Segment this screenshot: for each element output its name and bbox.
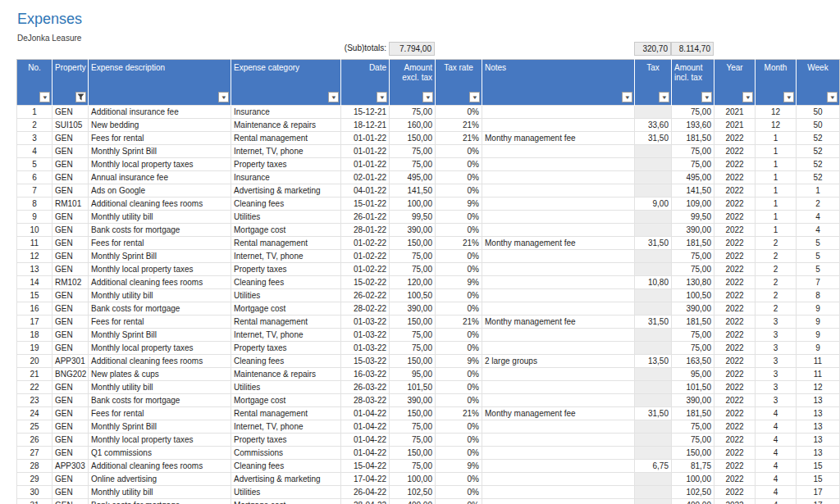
- cell-notes[interactable]: Monthy management fee: [482, 237, 635, 250]
- cell-notes[interactable]: [482, 145, 635, 158]
- cell-notes[interactable]: [482, 473, 635, 486]
- cell-amount_incl_tax[interactable]: 109,00: [672, 198, 714, 211]
- cell-property[interactable]: GEN: [52, 250, 89, 263]
- cell-tax[interactable]: 9,00: [635, 198, 672, 211]
- cell-amount_excl_tax[interactable]: 150,00: [390, 316, 436, 329]
- cell-week[interactable]: 5: [797, 237, 840, 250]
- cell-no[interactable]: 19: [17, 342, 52, 355]
- cell-property[interactable]: GEN: [52, 237, 89, 250]
- cell-no[interactable]: 15: [17, 289, 52, 302]
- cell-tax[interactable]: 31,50: [635, 132, 672, 145]
- cell-date[interactable]: 15-04-22: [341, 460, 390, 473]
- cell-year[interactable]: 2022: [714, 237, 756, 250]
- cell-category[interactable]: Property taxes: [231, 158, 341, 171]
- cell-amount_excl_tax[interactable]: 150,00: [390, 447, 436, 460]
- cell-amount_excl_tax[interactable]: 75,00: [390, 263, 436, 276]
- cell-amount_incl_tax[interactable]: 495,00: [672, 171, 714, 184]
- cell-amount_excl_tax[interactable]: 75,00: [390, 329, 436, 342]
- cell-month[interactable]: 12: [756, 119, 797, 132]
- cell-no[interactable]: 7: [17, 184, 52, 198]
- cell-tax[interactable]: [635, 158, 672, 171]
- cell-no[interactable]: 22: [17, 381, 52, 394]
- cell-no[interactable]: 11: [17, 237, 52, 250]
- cell-amount_incl_tax[interactable]: 99,50: [672, 211, 714, 224]
- cell-category[interactable]: Insurance: [231, 106, 341, 119]
- cell-description[interactable]: Bank costs for mortgage: [89, 302, 231, 316]
- cell-tax_rate[interactable]: 21%: [436, 316, 482, 329]
- cell-amount_excl_tax[interactable]: 150,00: [390, 355, 436, 368]
- cell-amount_incl_tax[interactable]: 181,50: [672, 237, 714, 250]
- cell-date[interactable]: 01-01-22: [341, 132, 390, 145]
- cell-year[interactable]: 2022: [714, 145, 756, 158]
- cell-tax_rate[interactable]: 21%: [436, 119, 482, 132]
- cell-year[interactable]: 2022: [714, 460, 756, 473]
- cell-notes[interactable]: [482, 119, 635, 132]
- column-header-year[interactable]: Year▼: [714, 60, 756, 106]
- cell-description[interactable]: Monthly utility bill: [89, 289, 231, 302]
- cell-amount_excl_tax[interactable]: 75,00: [390, 420, 436, 434]
- cell-amount_excl_tax[interactable]: 75,00: [390, 250, 436, 263]
- cell-property[interactable]: GEN: [52, 158, 89, 171]
- cell-week[interactable]: 9: [797, 329, 840, 342]
- cell-week[interactable]: 2: [797, 198, 840, 211]
- cell-category[interactable]: Property taxes: [231, 342, 341, 355]
- cell-amount_incl_tax[interactable]: 75,00: [672, 263, 714, 276]
- cell-notes[interactable]: [482, 250, 635, 263]
- cell-date[interactable]: 02-01-22: [341, 171, 390, 184]
- cell-tax[interactable]: [635, 434, 672, 447]
- filter-dropdown-button-amount_excl_tax[interactable]: ▼: [422, 92, 433, 102]
- cell-amount_incl_tax[interactable]: 100,00: [672, 473, 714, 486]
- cell-month[interactable]: 2: [756, 276, 797, 289]
- filter-dropdown-button-date[interactable]: ▼: [377, 92, 387, 102]
- cell-year[interactable]: 2022: [714, 394, 756, 407]
- cell-amount_incl_tax[interactable]: 100,50: [672, 289, 714, 302]
- column-header-amount_incl_tax[interactable]: Amount incl. tax▼: [672, 60, 714, 106]
- cell-year[interactable]: 2021: [714, 106, 756, 119]
- cell-category[interactable]: Rental management: [231, 316, 341, 329]
- cell-week[interactable]: 13: [797, 407, 840, 420]
- cell-week[interactable]: 4: [797, 211, 840, 224]
- cell-month[interactable]: 1: [756, 171, 797, 184]
- cell-week[interactable]: 50: [797, 119, 840, 132]
- cell-date[interactable]: 01-01-22: [341, 145, 390, 158]
- cell-tax_rate[interactable]: 0%: [436, 394, 482, 407]
- cell-category[interactable]: Rental management: [231, 237, 341, 250]
- cell-year[interactable]: 2022: [714, 289, 756, 302]
- cell-week[interactable]: 50: [797, 106, 840, 119]
- cell-month[interactable]: 4: [756, 486, 797, 499]
- cell-notes[interactable]: [482, 434, 635, 447]
- cell-notes[interactable]: [482, 198, 635, 211]
- cell-tax[interactable]: 31,50: [635, 237, 672, 250]
- cell-tax_rate[interactable]: 9%: [436, 276, 482, 289]
- cell-amount_incl_tax[interactable]: 75,00: [672, 106, 714, 119]
- cell-amount_incl_tax[interactable]: 75,00: [672, 420, 714, 434]
- filter-dropdown-button-no[interactable]: ▼: [39, 92, 50, 102]
- cell-category[interactable]: Maintenance & repairs: [231, 368, 341, 381]
- cell-category[interactable]: Mortgage cost: [231, 224, 341, 237]
- cell-tax[interactable]: [635, 420, 672, 434]
- cell-year[interactable]: 2022: [714, 420, 756, 434]
- cell-date[interactable]: 01-02-22: [341, 263, 390, 276]
- column-header-month[interactable]: Month▼: [756, 60, 797, 106]
- cell-amount_incl_tax[interactable]: 390,00: [672, 394, 714, 407]
- cell-week[interactable]: 52: [797, 158, 840, 171]
- cell-category[interactable]: Advertising & marketing: [231, 184, 341, 198]
- cell-tax[interactable]: 13,50: [635, 355, 672, 368]
- cell-week[interactable]: 17: [797, 499, 840, 504]
- cell-amount_excl_tax[interactable]: 75,00: [390, 460, 436, 473]
- cell-week[interactable]: 17: [797, 486, 840, 499]
- cell-month[interactable]: 3: [756, 368, 797, 381]
- cell-category[interactable]: Internet, TV, phone: [231, 420, 341, 434]
- cell-date[interactable]: 01-03-22: [341, 316, 390, 329]
- cell-week[interactable]: 1: [797, 184, 840, 198]
- cell-description[interactable]: Ads on Google: [89, 184, 231, 198]
- subtotal-tax[interactable]: 320,70: [634, 42, 671, 56]
- cell-property[interactable]: GEN: [52, 381, 89, 394]
- cell-property[interactable]: RM101: [52, 198, 89, 211]
- cell-description[interactable]: Monthly utility bill: [89, 211, 231, 224]
- cell-amount_excl_tax[interactable]: 101,50: [390, 381, 436, 394]
- cell-amount_excl_tax[interactable]: 160,00: [390, 119, 436, 132]
- column-header-description[interactable]: Expense description▼: [89, 60, 231, 106]
- cell-tax_rate[interactable]: 0%: [436, 106, 482, 119]
- cell-notes[interactable]: [482, 460, 635, 473]
